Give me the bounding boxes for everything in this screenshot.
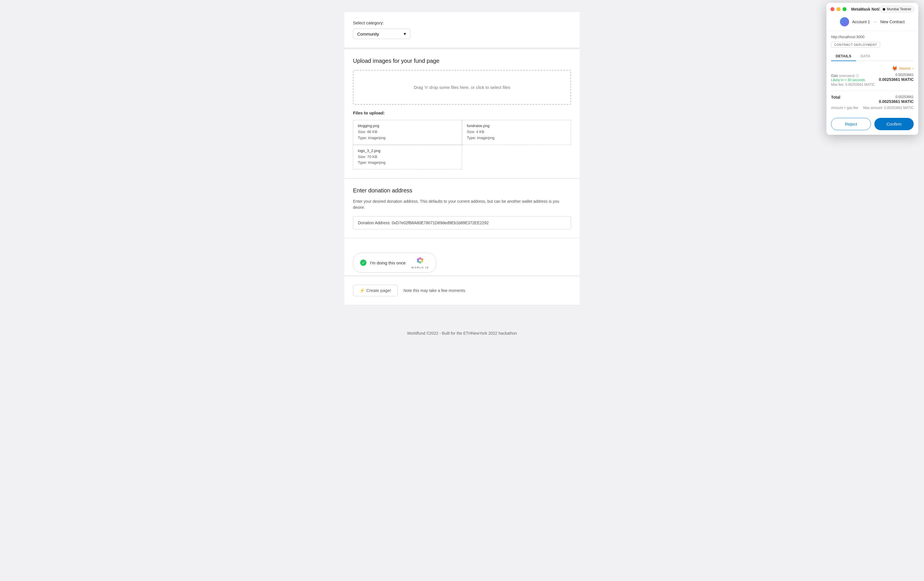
upload-heading: Upload images for your fund page <box>353 58 571 64</box>
tab-data-label: DATA <box>861 54 870 58</box>
category-section: Select category: Community ▾ <box>344 12 580 48</box>
mm-gas-estimated: (estimated) <box>839 74 855 77</box>
mm-gas-big-val: 0.00253661 MATIC <box>879 77 914 82</box>
file-meta: Size: 86 KBType: image/png <box>358 129 457 141</box>
world-id-button[interactable]: ✓ I'm doing this once <box>353 253 436 273</box>
svg-point-3 <box>419 261 421 263</box>
file-item: blogging.png Size: 86 KBType: image/png <box>353 120 462 145</box>
donation-address-input[interactable] <box>353 216 571 229</box>
donation-section: Enter donation address Enter your desire… <box>344 178 580 238</box>
mm-market-row: 🦊 Market › <box>831 66 914 71</box>
mm-likely-text: Likely in < 30 seconds <box>831 78 875 82</box>
minimize-icon[interactable] <box>837 7 840 11</box>
mm-body: http://localhost:3000 CONTRACT DEPLOYMEN… <box>827 31 918 114</box>
mm-url: http://localhost:3000 <box>831 35 914 39</box>
mm-gas-right: 0.00253661 0.00253661 MATIC <box>879 73 914 82</box>
market-fox-icon: 🦊 <box>892 66 898 71</box>
file-meta: Size: 70 KBType: image/png <box>358 154 457 166</box>
mm-max-amount: Max amount: 0.00253661 MATIC <box>863 106 914 110</box>
main-content: Select category: Community ▾ Upload imag… <box>344 6 580 317</box>
confirm-button[interactable]: Confirm <box>874 118 914 130</box>
files-label: Files to upload: <box>353 110 571 115</box>
metamask-popup: MetaMask Notification Mumbai Testnet Acc… <box>827 3 918 135</box>
mm-network-dot <box>883 8 885 11</box>
maximize-icon[interactable] <box>843 7 846 11</box>
mm-total-row: Total 0.00253661 0.00253661 MATIC <box>831 95 914 104</box>
footer-text: Worldfund ©2022 - Built for the ETHNewYo… <box>407 331 517 336</box>
info-icon: ⓘ <box>856 74 859 77</box>
svg-point-1 <box>421 258 423 261</box>
tab-details-label: DETAILS <box>836 54 851 58</box>
mm-titlebar: MetaMask Notification Mumbai Testnet <box>827 3 918 14</box>
world-id-logo-label: WORLD ID <box>411 266 429 269</box>
donation-description: Enter your desired donation address. Thi… <box>353 198 571 211</box>
donation-heading: Enter donation address <box>353 187 571 194</box>
mm-traffic-lights <box>830 7 846 11</box>
mm-total-small-val: 0.00253661 <box>879 95 914 99</box>
mm-account-name: Account 1 <box>852 20 870 24</box>
file-name: logo_3_2.png <box>358 148 457 153</box>
footer: Worldfund ©2022 - Built for the ETHNewYo… <box>0 323 924 344</box>
mm-account-avatar <box>840 17 849 26</box>
mm-market-link[interactable]: Market <box>899 66 911 71</box>
mm-gas-left: Gas (estimated) ⓘ Likely in < 30 seconds… <box>831 73 875 87</box>
mm-amount-fee-row: Amount + gas fee Max amount: 0.00253661 … <box>831 106 914 110</box>
svg-point-2 <box>421 260 423 263</box>
mm-total-right: 0.00253661 0.00253661 MATIC <box>879 95 914 104</box>
dropzone[interactable]: Drag 'n' drop some files here, or click … <box>353 70 571 105</box>
mm-total-big-val: 0.00253661 MATIC <box>879 99 914 104</box>
file-name: blogging.png <box>358 123 457 128</box>
file-name: fundraise.png <box>467 123 566 128</box>
create-section: ⚡ Create page! Note this may take a few … <box>344 276 580 305</box>
mm-amount-gas-fee: Amount + gas fee <box>831 106 858 110</box>
upload-section: Upload images for your fund page Drag 'n… <box>344 49 580 178</box>
mm-network-label: Mumbai Testnet <box>887 7 911 11</box>
file-meta: Size: 4 KBType: image/png <box>467 129 566 141</box>
mm-gas-label: Gas (estimated) ⓘ <box>831 73 859 78</box>
world-id-section: ✓ I'm doing this once <box>344 238 580 276</box>
mm-total-label: Total <box>831 95 840 99</box>
world-id-logo: WORLD ID <box>411 257 429 269</box>
svg-point-6 <box>419 260 421 261</box>
tab-details[interactable]: DETAILS <box>831 52 856 61</box>
mm-max-fee: Max fee: 0.00253661 MATIC <box>831 82 875 87</box>
category-label: Select category: <box>353 20 571 25</box>
world-id-text: I'm doing this once <box>370 260 406 265</box>
check-mark: ✓ <box>362 261 365 265</box>
create-btn-label: ⚡ Create page! <box>360 288 391 293</box>
page-wrapper: Select category: Community ▾ Upload imag… <box>0 0 924 350</box>
mm-gas-row: Gas (estimated) ⓘ Likely in < 30 seconds… <box>831 73 914 87</box>
mm-divider <box>831 91 914 91</box>
create-page-button[interactable]: ⚡ Create page! <box>353 285 398 296</box>
mm-contract-badge: CONTRACT DEPLOYMENT <box>831 42 880 48</box>
mm-btn-row: Reject Confirm <box>827 114 918 135</box>
svg-point-4 <box>417 260 419 263</box>
svg-point-0 <box>419 257 421 260</box>
world-id-check-icon: ✓ <box>360 260 366 266</box>
file-item: fundraise.png Size: 4 KBType: image/png <box>462 120 571 145</box>
world-id-logo-icon <box>416 257 424 266</box>
category-select[interactable]: Community ▾ <box>353 29 410 39</box>
mm-tabs: DETAILS DATA <box>831 52 914 61</box>
category-value: Community <box>357 31 379 36</box>
file-item: logo_3_2.png Size: 70 KBType: image/png <box>353 145 462 170</box>
mm-new-contract: New Contract <box>880 20 905 24</box>
tab-data[interactable]: DATA <box>856 52 875 61</box>
reject-button[interactable]: Reject <box>831 118 871 130</box>
close-icon[interactable] <box>830 7 835 11</box>
mm-account-row: Account 1 → New Contract <box>827 14 918 31</box>
mm-arrow-icon: → <box>873 19 878 25</box>
dropzone-text: Drag 'n' drop some files here, or click … <box>414 85 510 90</box>
files-grid: blogging.png Size: 86 KBType: image/png … <box>353 120 571 170</box>
svg-point-5 <box>417 258 419 261</box>
mm-network-badge: Mumbai Testnet <box>879 6 914 13</box>
create-note: Note this may take a few moments. <box>403 288 466 293</box>
mm-gas-small-val: 0.00253661 <box>879 73 914 77</box>
chevron-down-icon: ▾ <box>404 31 406 36</box>
mm-market-chevron: › <box>912 66 914 71</box>
